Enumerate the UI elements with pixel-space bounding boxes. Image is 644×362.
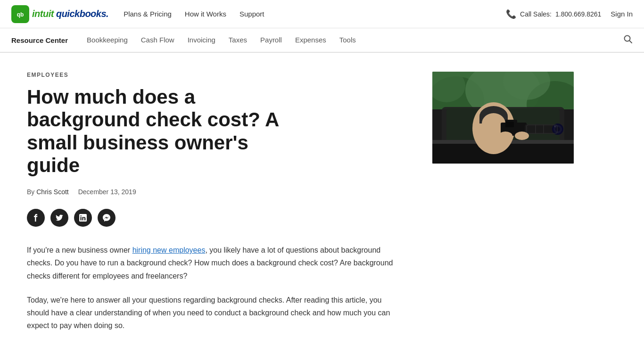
search-icon: [623, 34, 633, 44]
linkedin-share-button[interactable]: [74, 209, 92, 227]
how-it-works-link[interactable]: How it Works: [185, 10, 226, 18]
cash-flow-link[interactable]: Cash Flow: [141, 36, 174, 44]
secondary-navigation: Resource Center Bookkeeping Cash Flow In…: [0, 28, 644, 53]
article-byline: By Chris Scott: [27, 188, 69, 196]
hiring-link[interactable]: hiring new employees: [132, 246, 206, 254]
resource-center-link[interactable]: Resource Center: [11, 36, 68, 44]
svg-line-3: [629, 41, 632, 43]
hero-image: [432, 72, 574, 164]
call-sales: 📞 Call Sales: 1.800.669.8261: [506, 9, 601, 19]
plans-pricing-link[interactable]: Plans & Pricing: [124, 10, 172, 18]
taxes-link[interactable]: Taxes: [229, 36, 247, 44]
svg-point-29: [498, 132, 512, 140]
messenger-icon: [103, 214, 110, 222]
top-nav-right: 📞 Call Sales: 1.800.669.8261 Sign In: [506, 9, 633, 19]
article-author: Chris Scott: [36, 188, 68, 196]
svg-point-25: [554, 125, 556, 127]
social-icons: [27, 209, 404, 227]
tools-link[interactable]: Tools: [339, 36, 356, 44]
svg-text:qb: qb: [17, 11, 24, 18]
svg-rect-31: [505, 122, 514, 127]
support-link[interactable]: Support: [239, 10, 264, 18]
article-meta: By Chris Scott December 13, 2019: [27, 188, 404, 196]
hero-image-svg: [432, 72, 574, 164]
quickbooks-logo[interactable]: qb intuit quickbooks.: [11, 5, 108, 23]
invoicing-link[interactable]: Invoicing: [188, 36, 215, 44]
phone-icon: 📞: [506, 9, 516, 19]
call-sales-label: Call Sales:: [520, 10, 552, 18]
top-navigation: qb intuit quickbooks. Plans & Pricing Ho…: [0, 0, 644, 28]
svg-rect-27: [535, 125, 536, 133]
hero-image-area: [432, 72, 574, 164]
twitter-share-button[interactable]: [50, 209, 68, 227]
sign-in-link[interactable]: Sign In: [611, 10, 633, 18]
svg-point-30: [515, 132, 529, 140]
qb-wordmark: intuit quickbooks.: [32, 8, 108, 19]
svg-point-24: [555, 127, 560, 132]
body-paragraph-1: If you're a new business owner hiring ne…: [27, 244, 404, 282]
article-category: EMPLOYEES: [27, 72, 404, 78]
payroll-link[interactable]: Payroll: [260, 36, 282, 44]
body-paragraph-2: Today, we're here to answer all your que…: [27, 294, 404, 332]
article-body: If you're a new business owner hiring ne…: [27, 244, 404, 332]
article-date: December 13, 2019: [78, 188, 136, 196]
twitter-icon: [56, 214, 63, 222]
main-content: EMPLOYEES How much does a background che…: [16, 53, 628, 362]
messenger-share-button[interactable]: [98, 209, 116, 227]
facebook-share-button[interactable]: [27, 209, 45, 227]
qb-badge-icon: qb: [11, 5, 29, 23]
article-title: How much does a background check cost? A…: [27, 86, 300, 177]
top-nav-links: Plans & Pricing How it Works Support: [124, 10, 264, 18]
article-area: EMPLOYEES How much does a background che…: [27, 72, 404, 343]
secondary-nav-links: Bookkeeping Cash Flow Invoicing Taxes Pa…: [87, 36, 608, 44]
linkedin-icon: [79, 214, 87, 222]
expenses-link[interactable]: Expenses: [295, 36, 326, 44]
search-button[interactable]: [623, 34, 633, 46]
bookkeeping-link[interactable]: Bookkeeping: [87, 36, 128, 44]
call-sales-number: 1.800.669.8261: [555, 10, 601, 18]
svg-rect-28: [543, 125, 544, 133]
facebook-icon: [32, 214, 40, 222]
